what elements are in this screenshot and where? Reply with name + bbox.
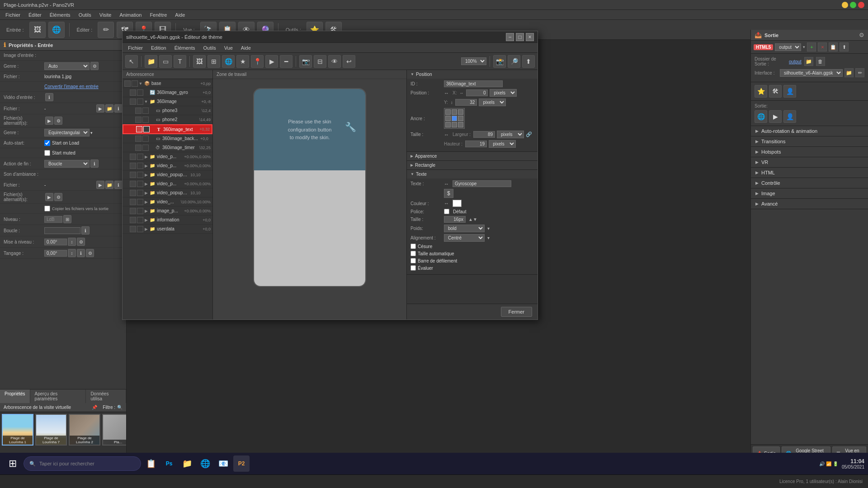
dossier-folder-btn[interactable]: 📁	[804, 57, 813, 66]
tree-cb-vp3[interactable]	[130, 181, 136, 187]
tree-cb-360img[interactable]	[130, 99, 136, 105]
tree-vis-phone3[interactable]	[142, 108, 149, 114]
poids-select[interactable]: bold	[444, 225, 485, 232]
sf-btn1[interactable]: ▶	[96, 181, 104, 189]
pos-x-input[interactable]	[466, 89, 488, 96]
tree-vis-imgp[interactable]	[137, 208, 143, 214]
output-select[interactable]: output	[775, 43, 801, 51]
tree-cb-vpu2[interactable]	[130, 190, 136, 196]
menu-aide[interactable]: Aide	[171, 11, 189, 19]
anchor-br[interactable]	[458, 122, 463, 127]
boucle-slider[interactable]	[44, 227, 80, 234]
tree-cb-phone3[interactable]	[135, 108, 142, 114]
mn-btn1[interactable]: ↕	[68, 238, 76, 246]
ri-tools-btn[interactable]: 🛠	[769, 85, 782, 98]
tree-scroll[interactable]: ▼ 📦 base +0,pp 🔄 360image_gyro +0,0	[123, 79, 212, 319]
sortie-play-btn[interactable]: ▶	[769, 110, 782, 123]
tree-item-information[interactable]: ▶ 📁 information +0,0	[123, 216, 212, 225]
rectangle-header[interactable]: ▶ Rectangle	[407, 161, 538, 169]
color-swatch[interactable]	[453, 200, 462, 207]
anchor-ml[interactable]	[445, 116, 451, 121]
anchor-grid[interactable]	[444, 108, 465, 129]
texte-input[interactable]	[453, 180, 511, 187]
dmenu-fichier[interactable]: Fichier	[124, 44, 146, 52]
entree-btn1[interactable]: 🖼	[29, 22, 46, 38]
niv-btn[interactable]: ⊞	[63, 215, 71, 223]
taskbar-view-btn[interactable]: 📋	[143, 455, 159, 472]
taskbar-outlook-btn[interactable]: 📧	[215, 455, 231, 472]
anchor-tr[interactable]	[458, 109, 463, 115]
acc-html-header[interactable]: ▶ HTML	[751, 168, 868, 178]
tab-proprietes[interactable]: Propriétés	[0, 389, 30, 403]
anchor-bc[interactable]	[452, 122, 457, 127]
d-img-btn[interactable]: 🖼	[193, 55, 206, 68]
tree-item-360image-text[interactable]: T 360image_text +0,32	[123, 124, 212, 134]
tree-vis-360text[interactable]	[143, 126, 150, 132]
tree-cb-360back[interactable]	[135, 136, 142, 142]
acc-autorotation-header[interactable]: ▶ Auto-rotation & animation	[751, 126, 868, 136]
acc-vr-header[interactable]: ▶ VR	[751, 157, 868, 167]
pos-y-unit[interactable]: pixels	[479, 99, 506, 106]
sortie-export-btn[interactable]: ⬆	[840, 42, 849, 52]
interface-select[interactable]: silhouette_v6-Alain.ggsk	[780, 69, 843, 77]
tree-item-base[interactable]: ▼ 📦 base +0,pp	[123, 79, 212, 88]
tangage-input[interactable]	[44, 250, 67, 257]
copier-checkbox[interactable]	[44, 206, 50, 211]
vf-btn2[interactable]: 📁	[105, 104, 113, 113]
tree-item-video-p1[interactable]: ▶ 📁 video_p... +0.00%,0.00%	[123, 152, 212, 161]
tree-item-video-p2[interactable]: ▶ 📁 video_p... +0.00%,0.00%	[123, 161, 212, 170]
sf-btn2[interactable]: 📁	[105, 181, 113, 189]
tree-item-360image-gyro[interactable]: 🔄 360image_gyro +0,0	[123, 88, 212, 97]
id-input[interactable]	[444, 80, 503, 87]
d-grid2-btn[interactable]: ⊟	[314, 55, 326, 68]
tab-donnees[interactable]: Données utilisa	[86, 389, 126, 403]
tree-vis-360img[interactable]	[137, 99, 143, 105]
menu-fenetre[interactable]: Fenêtre	[146, 11, 170, 19]
close-button[interactable]	[858, 2, 864, 8]
interface-folder-btn[interactable]: 📁	[844, 68, 854, 77]
menu-visite[interactable]: Visite	[96, 11, 115, 19]
d-play-btn[interactable]: ▶	[265, 55, 278, 68]
texte-section-header[interactable]: ▼ Texte	[407, 170, 538, 178]
tree-item-video-p3[interactable]: ▶ 📁 video_p... +0.00%,0.00%	[123, 179, 212, 188]
niveau-input[interactable]	[44, 216, 62, 223]
tree-vis-vp3[interactable]	[137, 181, 143, 187]
ri-person-btn[interactable]: 👤	[783, 85, 796, 98]
tang-btn3[interactable]: ⚙	[86, 249, 94, 257]
largeur-input[interactable]	[473, 131, 495, 138]
d-slider-btn[interactable]: ━	[280, 55, 292, 68]
sf-btn3[interactable]: ℹ	[114, 181, 123, 189]
editer-btn1[interactable]: ✏	[98, 22, 114, 38]
tree-item-userdata[interactable]: ▶ 📁 userdata +0,0	[123, 225, 212, 234]
tree-vis-vp2[interactable]	[137, 163, 143, 169]
menu-outils[interactable]: Outils	[75, 11, 95, 19]
va-btn2[interactable]: ⚙	[54, 117, 62, 125]
evaluer-checkbox[interactable]	[410, 265, 416, 271]
zoom-select[interactable]: 100%	[461, 57, 486, 65]
af-select[interactable]: Boucle	[44, 160, 90, 168]
ri-star-btn[interactable]: ⭐	[755, 85, 767, 98]
police-default-checkbox[interactable]	[444, 209, 449, 214]
tree-cb-base[interactable]	[124, 80, 131, 87]
interface-edit-btn[interactable]: ✏	[855, 68, 864, 77]
pos-x-unit[interactable]: pixels	[490, 89, 517, 97]
start-muted-checkbox[interactable]	[44, 150, 50, 156]
dialog-maximize-btn[interactable]: □	[516, 33, 524, 41]
entree-btn2[interactable]: 🌐	[48, 22, 65, 38]
tree-vis-360back[interactable]	[142, 136, 149, 142]
tree-item-phone2[interactable]: ▭ phone2 \14,49	[123, 115, 212, 124]
anchor-mc[interactable]	[452, 116, 457, 121]
d-globe-btn[interactable]: 🌐	[222, 55, 235, 68]
tree-vis-ud[interactable]	[137, 226, 143, 232]
tree-cb-vp1[interactable]	[130, 154, 136, 160]
tree-vis-v3[interactable]	[137, 199, 143, 205]
anchor-tl[interactable]	[445, 109, 451, 115]
d-snap2-btn[interactable]: 📸	[493, 55, 506, 68]
tree-cb-info[interactable]	[130, 217, 136, 223]
d-upload-btn[interactable]: ⬆	[522, 55, 535, 68]
tree-cb-gyro[interactable]	[130, 89, 136, 96]
position-header[interactable]: ▼ Position	[407, 70, 538, 79]
hauteur-input[interactable]	[465, 141, 487, 147]
d-grid-btn[interactable]: ⊞	[208, 55, 220, 68]
sortie-globe-btn[interactable]: 🌐	[755, 110, 767, 123]
